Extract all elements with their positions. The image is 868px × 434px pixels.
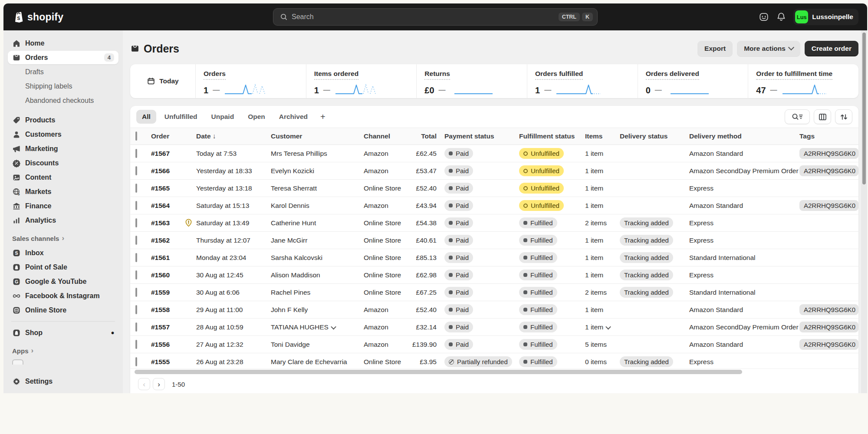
- order-number-link[interactable]: #1563: [151, 219, 185, 227]
- sidebar-item-analytics[interactable]: Analytics: [8, 214, 118, 227]
- tab-open[interactable]: Open: [242, 110, 271, 124]
- order-row-1565[interactable]: #1565 Yesterday at 13:18 Teresa Sherratt…: [130, 180, 858, 197]
- order-row-1562[interactable]: #1562 Thursday at 12:07 Jane McGirr Onli…: [130, 232, 858, 249]
- sort-button[interactable]: [835, 109, 852, 124]
- metric-items-ordered[interactable]: Items ordered 1 —: [306, 64, 417, 98]
- order-row-1566[interactable]: #1566 Yesterday at 18:33 Evelyn Kozicki …: [130, 162, 858, 180]
- order-number-link[interactable]: #1560: [151, 271, 185, 279]
- row-checkbox[interactable]: [135, 358, 151, 366]
- sidebar-item-online-store[interactable]: Online Store: [8, 303, 118, 317]
- global-search-input[interactable]: Search CTRL K: [273, 8, 598, 26]
- sidebar-item-products[interactable]: Products: [8, 113, 118, 127]
- metric-orders-delivered[interactable]: Orders delivered 0 —: [638, 64, 748, 98]
- sidebar-item-settings[interactable]: Settings: [8, 375, 118, 388]
- order-number-link[interactable]: #1555: [151, 358, 185, 366]
- order-row-1555[interactable]: #1555 26 Aug at 23:28 Mary Clare de Eche…: [130, 353, 858, 368]
- prev-page-button[interactable]: ‹: [138, 378, 150, 390]
- col-tags[interactable]: Tags: [799, 132, 858, 140]
- row-checkbox[interactable]: [135, 289, 151, 296]
- sidebar-item-customers[interactable]: Customers: [8, 128, 118, 141]
- order-number-link[interactable]: #1557: [151, 323, 185, 331]
- col-payment-status[interactable]: Payment status: [440, 132, 519, 140]
- order-row-1559[interactable]: #1559 30 Aug at 6:06 Rachel Pines Online…: [130, 284, 858, 301]
- order-row-1563[interactable]: #1563 Saturday at 13:49 Catherine Hunt O…: [130, 214, 858, 232]
- sidebar-item-drafts[interactable]: Drafts: [8, 65, 118, 79]
- sidebar-item-marketing[interactable]: Marketing: [8, 142, 118, 155]
- sidebar-item-google-youtube[interactable]: GGoogle & YouTube: [8, 275, 118, 288]
- order-row-1560[interactable]: #1560 30 Aug at 12:45 Alison Maddison On…: [130, 266, 858, 284]
- notifications-bell-icon[interactable]: [776, 12, 786, 22]
- store-profile-button[interactable]: Lus Lussoinpelle: [793, 9, 858, 25]
- row-checkbox[interactable]: [135, 150, 151, 158]
- date-range-picker[interactable]: Today: [130, 64, 195, 98]
- row-checkbox[interactable]: [135, 184, 151, 192]
- col-order[interactable]: Order: [151, 132, 185, 140]
- sidebar-item-markets[interactable]: $Markets: [8, 185, 118, 198]
- metric-returns[interactable]: Returns £0 —: [416, 64, 527, 98]
- order-number-link[interactable]: #1558: [151, 306, 185, 314]
- metric-order-to-fulfillment-time[interactable]: Order to fulfillment time 47 —: [748, 64, 858, 98]
- sidebar-item-content[interactable]: Content: [8, 171, 118, 184]
- metric-orders[interactable]: Orders 1 —: [195, 64, 306, 98]
- col-delivery-method[interactable]: Delivery method: [689, 132, 799, 140]
- columns-button[interactable]: [814, 109, 831, 124]
- order-row-1556[interactable]: #1556 27 Aug at 12:32 Toni Davidge Amazo…: [130, 336, 858, 353]
- row-checkbox[interactable]: [135, 202, 151, 210]
- row-checkbox[interactable]: [135, 237, 151, 244]
- order-row-1564[interactable]: #1564 Saturday at 15:13 Karol Dennis Ama…: [130, 197, 858, 214]
- sidebar-item-discounts[interactable]: Discounts: [8, 156, 118, 170]
- create-order-button[interactable]: Create order: [805, 41, 858, 56]
- tab-archived[interactable]: Archived: [273, 110, 313, 124]
- next-page-button[interactable]: ›: [153, 378, 165, 390]
- row-checkbox[interactable]: [135, 306, 151, 314]
- metric-orders-fulfilled[interactable]: Orders fulfilled 1 —: [527, 64, 638, 98]
- sidebar-item-abandoned-checkouts[interactable]: Abandoned checkouts: [8, 94, 118, 107]
- order-number-link[interactable]: #1561: [151, 254, 185, 262]
- order-number-link[interactable]: #1556: [151, 341, 185, 349]
- order-number-link[interactable]: #1562: [151, 237, 185, 244]
- expand-items-icon[interactable]: [605, 324, 611, 329]
- sidebar-item-shop[interactable]: Shop•: [8, 326, 118, 339]
- order-number-link[interactable]: #1566: [151, 167, 185, 175]
- row-checkbox[interactable]: [135, 323, 151, 331]
- sidebar-item-inbox[interactable]: SInbox: [8, 246, 118, 260]
- col-items[interactable]: Items: [585, 132, 620, 140]
- horizontal-scrollbar-thumb[interactable]: [135, 370, 742, 374]
- shopify-logo[interactable]: S shopify: [13, 11, 63, 23]
- row-checkbox[interactable]: [135, 271, 151, 279]
- sidebar-item-finance[interactable]: Finance: [8, 199, 118, 213]
- col-total[interactable]: Total: [412, 132, 440, 140]
- order-number-link[interactable]: #1565: [151, 184, 185, 192]
- sidebar-item-home[interactable]: Home: [8, 36, 118, 50]
- order-row-1567[interactable]: #1567 Today at 7:53 Mrs Teresa Phillips …: [130, 145, 858, 162]
- export-button[interactable]: Export: [697, 41, 733, 56]
- sidekick-assistant-icon[interactable]: [759, 12, 769, 22]
- row-checkbox[interactable]: [135, 167, 151, 175]
- sidebar-item-point-of-sale[interactable]: Point of Sale: [8, 260, 118, 274]
- tab-unpaid[interactable]: Unpaid: [206, 110, 240, 124]
- search-filter-button[interactable]: [785, 109, 810, 124]
- order-row-1558[interactable]: #1558 29 Aug at 11:00 John F Kelly Amazo…: [130, 301, 858, 319]
- sidebar-item-orders[interactable]: Orders4: [8, 51, 118, 64]
- col-channel[interactable]: Channel: [364, 132, 412, 140]
- tab-unfulfilled[interactable]: Unfulfilled: [159, 110, 203, 124]
- col-fulfillment-status[interactable]: Fulfillment status: [519, 132, 585, 140]
- more-actions-button[interactable]: More actions: [737, 41, 800, 56]
- col-customer[interactable]: Customer: [271, 132, 364, 140]
- order-row-1557[interactable]: #1557 28 Aug at 10:59 TATIANA HUGHES Ama…: [130, 319, 858, 336]
- vertical-scrollbar-thumb[interactable]: [862, 33, 866, 184]
- sidebar-section-sales-channels[interactable]: Sales channels›: [8, 234, 118, 243]
- order-number-link[interactable]: #1559: [151, 289, 185, 296]
- select-all-checkbox[interactable]: [135, 132, 151, 140]
- row-checkbox[interactable]: [135, 254, 151, 262]
- order-number-link[interactable]: #1567: [151, 150, 185, 158]
- order-row-1561[interactable]: #1561 Monday at 23:04 Sarsha Kalcovski O…: [130, 249, 858, 266]
- sidebar-section-apps[interactable]: Apps›: [8, 346, 118, 355]
- order-number-link[interactable]: #1564: [151, 202, 185, 210]
- sidebar-item-facebook-instagram[interactable]: Facebook & Instagram: [8, 289, 118, 302]
- add-view-button[interactable]: +: [316, 111, 330, 123]
- col-date[interactable]: Date ↓: [196, 132, 271, 140]
- expand-customer-icon[interactable]: [331, 324, 336, 329]
- sidebar-item-shipping-labels[interactable]: Shipping labels: [8, 79, 118, 93]
- col-delivery-status[interactable]: Delivery status: [620, 132, 689, 140]
